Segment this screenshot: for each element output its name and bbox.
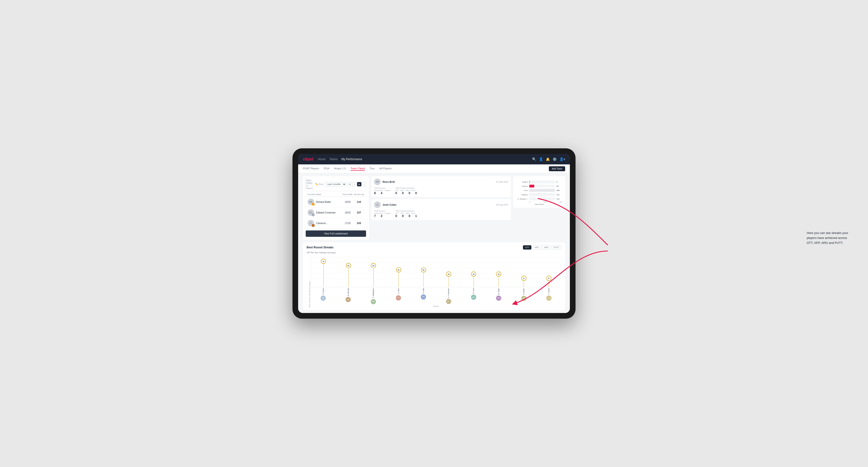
settings-icon[interactable]: ⚙️ [553, 157, 557, 161]
player-avatar-britt: RB [421, 294, 426, 300]
period-select[interactable]: Last 3 months [325, 182, 346, 186]
player-avatar-wrap: EC 2 [308, 209, 314, 216]
streak-line-mcherg [348, 268, 349, 287]
table-view-icon[interactable]: ↕ [362, 182, 366, 186]
card-date: 26 Aug 2023 [496, 204, 508, 206]
filter-arg[interactable]: ARG [542, 245, 551, 250]
grid-line-6 [311, 262, 561, 262]
rounds-values: 7 2 [374, 214, 391, 218]
brand-logo: clippd [303, 157, 313, 161]
nav-pga[interactable]: PGA [324, 167, 329, 171]
col-pb-score: PB SCORE [342, 193, 353, 195]
chart-bar-dbogeys: D. Bogeys + 131 [516, 197, 562, 200]
table-row[interactable]: C 3 Cameron... 17/20 103 [306, 218, 366, 228]
nav-home[interactable]: Home [318, 158, 326, 161]
list-view-icon[interactable]: ≡ [352, 182, 356, 186]
player-name-quick: C. Quick [548, 288, 550, 294]
person-icon[interactable]: 👤 [539, 157, 543, 161]
streak-col-mcherg: 6x [346, 263, 351, 287]
putt-label: PUTT [411, 213, 415, 214]
rounds-stat: Total Rounds Tournament Practice 8 4 [374, 187, 391, 195]
streak-col-butler: 3x [521, 276, 526, 287]
player-name: Cameron... [316, 222, 342, 224]
nav-tour[interactable]: Tour [370, 167, 375, 171]
streak-line-coles [398, 272, 399, 287]
nav-teams[interactable]: Teams [329, 158, 338, 161]
player-avatar-butler: RB [521, 296, 526, 301]
player-avatar-ford: BF [471, 294, 476, 300]
activities-label: Total Practice Activities [395, 210, 420, 212]
filter-ott[interactable]: OTT [523, 245, 531, 250]
bar-fill-eagles [529, 181, 530, 183]
table-row[interactable]: RB 1 Richard Butler 19/20 110 [306, 197, 366, 207]
streaks-title: Best Round Streaks [307, 246, 334, 249]
player-info-britt: R. Britt RB [420, 288, 427, 304]
player-info-ewert: E. Ewert EE [319, 288, 327, 304]
show-controls: Show Last 3 months ⊞ ≡ ▤ ↕ [318, 182, 366, 186]
player-info-miller: M. Miller MM [495, 288, 502, 304]
filter-putt[interactable]: PUTT [552, 245, 562, 250]
bar-track [529, 189, 555, 192]
nav-all-players[interactable]: All Players [379, 167, 392, 171]
player-name-britt: R. Britt [423, 288, 424, 293]
card-header: JC Josh Coles 26 Aug 2023 [374, 201, 508, 208]
view-icons: ⊞ ≡ ▤ ↕ [348, 182, 366, 186]
team-panel: Team Clippd 14 Players ✏️ Show Last 3 mo… [303, 176, 369, 240]
bar-track [529, 185, 555, 187]
x-label-0: 0 [529, 201, 530, 203]
navbar: clippd Home Teams My Performance 🔍 👤 🔔 ⚙… [298, 154, 570, 164]
chart-panel: Eagles 3 Birdies 96 [513, 176, 565, 208]
edit-icon[interactable]: ✏️ [315, 183, 318, 186]
player-info-ford: B. Ford BF [470, 288, 477, 304]
annotation-box: Here you can see streaks your players ha… [807, 231, 854, 245]
streak-col-crossman: 4x [446, 272, 451, 287]
card-player-name: Rees Britt [382, 181, 395, 183]
nav-performance[interactable]: My Performance [341, 158, 362, 161]
player-name-crossman: E. Crossman [448, 288, 450, 298]
rounds-sub-labels: Tournament Practice [374, 190, 391, 191]
practice-stat: Total Practice Activities OTT APP ARG PU… [395, 187, 420, 195]
bar-track [529, 197, 555, 200]
activity-sub-labels: OTT APP ARG PUTT [395, 190, 420, 191]
card-view-icon[interactable]: ▤ [357, 182, 361, 186]
streak-line-crossman [448, 277, 449, 287]
col-player-name: PLAYER NAME [308, 193, 342, 195]
bar-label-eagles: Eagles [516, 181, 528, 183]
player-info-mcherg: B. McHerg BM [345, 288, 352, 304]
arg-value: 0 [408, 191, 413, 195]
putt-value: 1 [415, 214, 420, 218]
user-menu[interactable]: 👤▾ [559, 157, 565, 161]
streak-badge-britt: 5x [421, 267, 426, 272]
chart-title: Total Shots [516, 203, 562, 206]
filter-app[interactable]: APP [532, 245, 541, 250]
add-team-button[interactable]: Add Team [549, 166, 565, 171]
player-name-butler: R. Butler [523, 288, 525, 294]
chart-x-axis: 0 200 400 [516, 201, 562, 203]
player-info-coles: J. Coles JC [395, 288, 402, 304]
card-player-info: RB Rees Britt [374, 179, 395, 185]
view-leaderboard-button[interactable]: View Full Leaderboard [306, 230, 366, 237]
putt-label: PUTT [411, 190, 415, 191]
player-avatar-miller: MM [496, 295, 501, 301]
player-avatar-coles: JC [396, 295, 401, 301]
nav-team-clippd[interactable]: Team Clippd [350, 167, 365, 171]
rounds-stat: Total Rounds Tournament Practice 7 2 [374, 210, 391, 218]
streaks-section: Best Round Streaks OTT APP ARG PUTT Off … [303, 243, 565, 310]
bell-icon[interactable]: 🔔 [546, 157, 550, 161]
bar-value-dbogeys: 131 [556, 198, 562, 200]
secondary-nav: PGAT Players PGA Hcaps 1-5 Team Clippd T… [298, 164, 570, 173]
rank-badge: 3 [312, 224, 315, 227]
player-table-header: PLAYER NAME PB SCORE PB AVG SQ [306, 192, 366, 197]
nav-pgat[interactable]: PGAT Players [303, 167, 319, 171]
rank-badge: 1 [312, 203, 315, 206]
table-row[interactable]: EC 2 Edward Crossman 18/20 107 [306, 207, 366, 218]
tablet-screen: clippd Home Teams My Performance 🔍 👤 🔔 ⚙… [298, 154, 570, 313]
annotation-text: Here you can see streaks your players ha… [807, 231, 848, 245]
practice-rounds: 4 [381, 191, 385, 195]
chart-bars: Eagles 3 Birdies 96 [516, 181, 562, 200]
grid-view-icon[interactable]: ⊞ [348, 182, 352, 186]
search-icon[interactable]: 🔍 [532, 157, 536, 161]
rounds-values: 8 4 [374, 191, 391, 195]
player-name-ewert: E. Ewert [322, 288, 324, 294]
nav-hcaps[interactable]: Hcaps 1-5 [334, 167, 346, 171]
